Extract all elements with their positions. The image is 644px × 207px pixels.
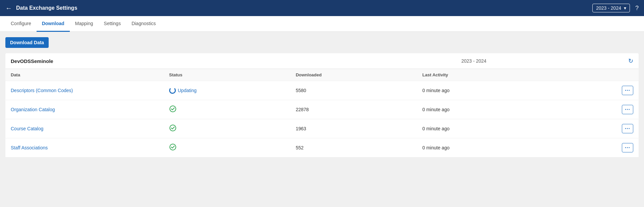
check-icon (169, 143, 177, 152)
app-title: Data Exchange Settings (16, 5, 592, 11)
tab-settings[interactable]: Settings (98, 16, 126, 32)
col-header-data: Data (5, 69, 164, 81)
cell-status: Updating (164, 81, 290, 100)
cell-data-name: Staff Associations (5, 138, 164, 157)
section-year: 2023 - 2024 (319, 58, 628, 64)
cell-action: ··· (594, 100, 639, 119)
refresh-button[interactable]: ↻ (628, 57, 633, 65)
tab-download[interactable]: Download (37, 16, 70, 32)
cell-downloaded: 5580 (290, 81, 417, 100)
cell-last-activity: 0 minute ago (417, 81, 594, 100)
cell-downloaded: 1963 (290, 119, 417, 138)
cell-data-name: Course Catalog (5, 119, 164, 138)
more-options-button[interactable]: ··· (622, 124, 633, 133)
data-table: Data Status Downloaded Last Activity Des… (5, 69, 639, 157)
cell-status (164, 119, 290, 138)
cell-last-activity: 0 minute ago (417, 100, 594, 119)
cell-data-name: Organization Catalog (5, 100, 164, 119)
updating-icon (169, 87, 176, 94)
main-content: Download Data DevODSSeminole 2023 - 2024… (0, 32, 644, 206)
cell-downloaded: 22878 (290, 100, 417, 119)
col-header-status: Status (164, 69, 290, 81)
check-icon (169, 105, 177, 114)
check-icon (169, 124, 177, 133)
svg-point-2 (170, 144, 176, 150)
cell-action: ··· (594, 138, 639, 157)
nav-tabs: Configure Download Mapping Settings Diag… (0, 16, 644, 32)
table-row: Organization Catalog 228780 minute ago··… (5, 100, 639, 119)
table-row: Staff Associations 5520 minute ago··· (5, 138, 639, 157)
cell-downloaded: 552 (290, 138, 417, 157)
col-header-activity: Last Activity (417, 69, 594, 81)
help-button[interactable]: ? (635, 5, 639, 12)
chevron-down-icon: ▾ (624, 5, 626, 11)
status-label: Updating (178, 88, 197, 93)
more-options-button[interactable]: ··· (622, 105, 633, 114)
col-header-downloaded: Downloaded (290, 69, 417, 81)
col-header-action (594, 69, 639, 81)
cell-data-name: Descriptors (Common Codes) (5, 81, 164, 100)
year-label: 2023 - 2024 (596, 5, 621, 11)
section-header: DevODSSeminole 2023 - 2024 ↻ (5, 53, 639, 69)
more-options-button[interactable]: ··· (622, 143, 633, 152)
cell-status (164, 100, 290, 119)
tab-configure[interactable]: Configure (5, 16, 37, 32)
tab-diagnostics[interactable]: Diagnostics (126, 16, 161, 32)
table-row: Descriptors (Common Codes)Updating55800 … (5, 81, 639, 100)
download-data-button[interactable]: Download Data (5, 37, 49, 48)
cell-action: ··· (594, 81, 639, 100)
cell-last-activity: 0 minute ago (417, 138, 594, 157)
more-options-button[interactable]: ··· (622, 86, 633, 95)
cell-status (164, 138, 290, 157)
cell-last-activity: 0 minute ago (417, 119, 594, 138)
svg-point-1 (170, 125, 176, 131)
table-row: Course Catalog 19630 minute ago··· (5, 119, 639, 138)
tab-mapping[interactable]: Mapping (70, 16, 99, 32)
svg-point-0 (170, 106, 176, 112)
year-selector[interactable]: 2023 - 2024 ▾ (592, 4, 630, 12)
app-header: ← Data Exchange Settings 2023 - 2024 ▾ ? (0, 0, 644, 16)
section-title: DevODSSeminole (11, 58, 319, 64)
cell-action: ··· (594, 119, 639, 138)
back-button[interactable]: ← (5, 5, 12, 11)
